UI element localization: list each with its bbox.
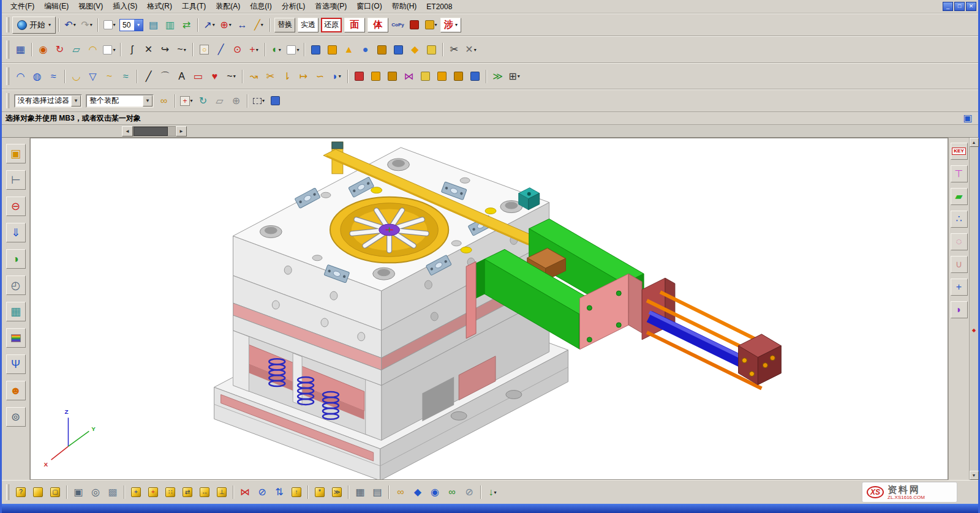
menu-et2008[interactable]: ET2008 <box>421 1 457 12</box>
curve-point-icon[interactable]: ʃ <box>124 42 140 58</box>
vector-tool-icon[interactable]: ↗▾ <box>202 17 217 32</box>
gold-solid-icon-arrow[interactable]: ▾ <box>435 22 437 28</box>
wade-button[interactable]: 涉 ▾ <box>440 18 461 32</box>
layer-settings-icon[interactable]: ▤ <box>146 17 161 32</box>
ruler-icon[interactable]: ╱▾ <box>251 17 266 32</box>
import-assembly-icon-arrow[interactable]: ▾ <box>494 490 496 495</box>
hd3d-tool-icon[interactable]: ◑ <box>6 249 26 269</box>
open-by-proximity-icon[interactable] <box>30 484 46 500</box>
copy-face-icon[interactable]: CoPy <box>390 17 405 32</box>
restore-button[interactable]: □ <box>954 2 965 11</box>
menu-help[interactable]: 帮助(H) <box>387 0 422 13</box>
suppress-icon[interactable] <box>418 69 433 84</box>
minimize-button[interactable]: _ <box>943 2 953 11</box>
toolbar-grip[interactable] <box>6 17 9 32</box>
slider-lifter-icon[interactable]: ◗ <box>951 301 968 318</box>
suppress-component-icon[interactable]: ⊘ <box>254 484 270 500</box>
pattern-icon-arrow[interactable]: ▾ <box>518 73 520 79</box>
camera-view-icon[interactable]: ◎ <box>88 484 104 500</box>
polyline-icon-arrow[interactable]: ▾ <box>233 73 236 79</box>
block-icon[interactable] <box>308 42 323 58</box>
trim-curve-icon[interactable]: ✂ <box>263 69 278 84</box>
scale-spinner[interactable]: 50 ▾ <box>119 19 143 31</box>
cone-icon[interactable]: ▲ <box>341 42 356 58</box>
menu-tools[interactable]: 工具(T) <box>177 0 211 13</box>
join-curve-icon[interactable]: ○ <box>197 42 212 58</box>
mirror-assembly-icon[interactable]: ⋈ <box>237 484 253 500</box>
scale-dropdown-arrow[interactable]: ▾ <box>134 20 143 31</box>
start-dropdown-arrow[interactable]: ▾ <box>48 22 51 28</box>
primitive-dropdown-arrow[interactable]: ▾ <box>296 47 299 53</box>
redo-icon[interactable]: ↷▾ <box>79 17 94 32</box>
body-button[interactable]: 体 <box>368 18 388 32</box>
scroll-right-button[interactable]: ► <box>176 126 187 137</box>
datum-sheet-icon[interactable]: ▱ <box>69 42 84 58</box>
wave-geometry-icon[interactable]: ◆ <box>410 484 426 500</box>
curve-intersect-icon[interactable]: ✕ <box>141 42 156 58</box>
replace-component-icon[interactable]: ⇄ <box>179 484 195 500</box>
handles-icon[interactable]: ⊕ <box>228 93 244 108</box>
snap-point-icon-arrow[interactable]: ▾ <box>190 98 193 103</box>
reposition-icon[interactable] <box>434 69 450 84</box>
sketch-line-icon[interactable]: ╱ <box>141 69 156 84</box>
sync-model-icon[interactable]: ✕▾ <box>463 42 478 58</box>
snapshot-icon[interactable]: ▣ <box>70 484 86 500</box>
touch-mode-icon[interactable]: ⊚ <box>6 407 26 427</box>
snap-point-icon[interactable]: +▾ <box>179 93 194 108</box>
component-array-icon[interactable]: ∷ <box>162 484 178 500</box>
undo-icon-arrow[interactable]: ▾ <box>74 22 76 28</box>
text-icon[interactable]: A <box>174 69 189 84</box>
start-button[interactable]: 开始 ▾ <box>12 17 56 34</box>
vscroll-down-button[interactable]: ▼ <box>970 471 979 480</box>
flower-cone-icon[interactable]: ▽ <box>85 69 100 84</box>
assembly-navigator-icon[interactable]: ▣ <box>6 144 26 163</box>
cylinder-end-block[interactable] <box>739 334 782 385</box>
circle-icon[interactable]: ⊙ <box>230 42 245 58</box>
link-ring-icon[interactable]: ∞ <box>444 484 460 500</box>
law-curve-icon[interactable]: ~ <box>102 69 117 84</box>
bounded-plane-icon[interactable]: ◡ <box>69 69 84 84</box>
explode-view-icon[interactable]: * <box>312 484 328 500</box>
wade-dropdown-arrow[interactable]: ▾ <box>455 22 458 28</box>
mirror-body-icon[interactable]: ⋈ <box>401 69 417 84</box>
interpart-link-icon[interactable]: ∞ <box>393 484 409 500</box>
rectangle-select-icon[interactable]: ▾ <box>251 93 266 108</box>
vector-tool-icon-arrow[interactable]: ▾ <box>213 22 215 28</box>
primitive-dropdown[interactable]: ▾ <box>285 42 301 58</box>
toolbar-grip[interactable] <box>6 93 9 108</box>
key-icon[interactable]: KEY <box>951 143 968 160</box>
swept-surface-icon[interactable]: ◠ <box>13 69 28 84</box>
sprue-icon[interactable]: ∪ <box>951 256 968 273</box>
close-button[interactable]: ✕ <box>966 2 976 11</box>
assembly-constraint-icon[interactable]: ⊥ <box>214 484 230 500</box>
point-tool-icon[interactable]: ⊕▾ <box>218 17 233 32</box>
assembly-scope-combo[interactable]: 整个装配 ▼ <box>86 94 154 108</box>
import-assembly-icon[interactable]: ↓▾ <box>484 484 500 500</box>
display-style-dropdown[interactable]: ▾ <box>102 17 117 32</box>
display-style-dropdown-arrow[interactable]: ▾ <box>113 22 116 28</box>
point-icon-arrow[interactable]: ▾ <box>256 47 258 53</box>
menu-view[interactable]: 视图(V) <box>74 0 108 13</box>
layer-visible-icon[interactable]: ▥ <box>162 17 178 32</box>
point-icon[interactable]: +▾ <box>246 42 262 58</box>
roles-icon[interactable]: ☻ <box>6 381 26 400</box>
exchange-icon[interactable]: ⇅ <box>271 484 287 500</box>
toolbar-grip[interactable] <box>6 484 9 501</box>
system-tree-icon[interactable]: Ψ <box>6 354 26 374</box>
break-link-icon[interactable]: ⊘ <box>461 484 477 500</box>
erase-icon[interactable]: ▱ <box>212 93 227 108</box>
cavity-layout-icon[interactable]: ◌ <box>951 233 968 250</box>
assembly-sequence-icon[interactable]: ≫ <box>329 484 345 500</box>
info-palette-icon[interactable]: ▦ <box>6 302 26 321</box>
replace-button[interactable]: 替换 <box>274 18 295 32</box>
part-navigator-icon[interactable]: ⊖ <box>6 197 26 216</box>
menu-analysis[interactable]: 分析(L) <box>277 0 311 13</box>
red-solid-icon[interactable] <box>407 17 422 32</box>
arrangement-icon[interactable]: ▤ <box>369 484 385 500</box>
type-dropdown-arrow[interactable]: ▾ <box>113 47 115 53</box>
ruler-icon-arrow[interactable]: ▾ <box>261 22 263 28</box>
blend-sheet-icon[interactable]: ≈ <box>118 69 134 84</box>
shaded-view-icon[interactable] <box>268 93 283 108</box>
show-product-outline-icon[interactable]: ▢ <box>47 484 63 500</box>
gold-solid-icon[interactable]: ▾ <box>423 17 439 32</box>
